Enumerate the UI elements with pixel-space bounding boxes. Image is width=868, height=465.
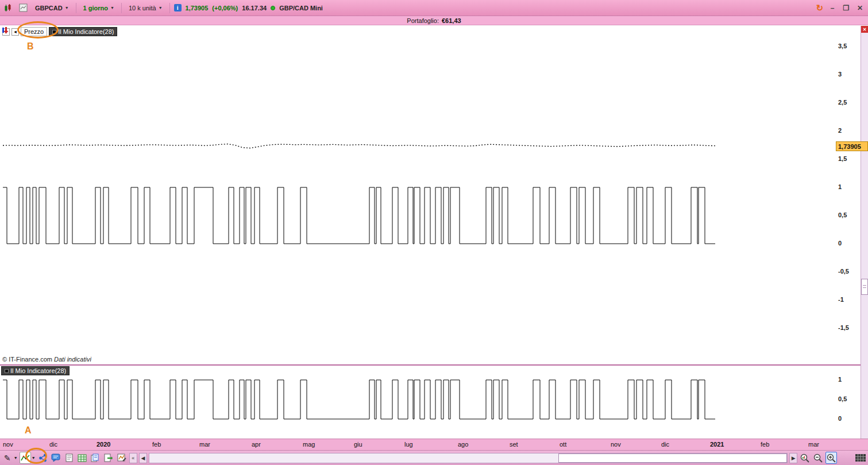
- y-axis-tick: 0,5: [838, 395, 847, 402]
- separator: [76, 3, 76, 13]
- mini-candles-icon: [2, 27, 7, 33]
- series-color-icon: [52, 30, 56, 34]
- time-axis-label: 2021: [710, 441, 724, 448]
- chevron-down-icon: ▼: [65, 6, 69, 10]
- y-axis-tick: 1: [838, 376, 842, 383]
- symbol-dropdown[interactable]: GBPCAD ▼: [32, 3, 72, 13]
- indicator-chart-canvas[interactable]: [0, 366, 836, 439]
- horizontal-scrollbar[interactable]: [149, 453, 788, 463]
- copyright-text: © IT-Finance.com Dati indicativi: [2, 356, 91, 363]
- separator: [121, 3, 122, 13]
- notes-icon[interactable]: [63, 452, 75, 464]
- trading-platform-window: GBPCAD ▼ 1 giorno ▼ 10 k unità ▼ i 1,739…: [0, 0, 868, 465]
- time-axis-label: mar: [808, 441, 819, 448]
- chevron-down-icon[interactable]: ▼: [32, 456, 36, 460]
- feed-name: GBP/CAD Mini: [279, 5, 323, 11]
- symbol-label: GBPCAD: [35, 5, 63, 11]
- info-icon[interactable]: i: [174, 4, 182, 11]
- units-label: 10 k unità: [129, 5, 156, 11]
- chevron-down-icon: ▼: [159, 6, 163, 10]
- vertical-scrollbar[interactable]: ✕: [861, 26, 868, 439]
- time-axis-label: mar: [199, 441, 210, 448]
- share-icon[interactable]: [37, 452, 49, 464]
- chevron-down-icon: ▼: [110, 6, 114, 10]
- titlebar: GBPCAD ▼ 1 giorno ▼ 10 k unità ▼ i 1,739…: [0, 0, 868, 16]
- indicator-chip-label: Il Mio Indicatore(28): [58, 28, 114, 35]
- arrow-left-icon: ◂: [14, 29, 17, 34]
- time-axis-label: giu: [354, 441, 362, 448]
- y-axis-tick: 3: [838, 71, 842, 78]
- time-axis[interactable]: novdic2020febmaraprmaggiulugagosetottnov…: [0, 439, 868, 450]
- series-color-icon: [5, 369, 9, 373]
- units-dropdown[interactable]: 10 k unità ▼: [126, 3, 165, 13]
- portfolio-bar: Portafoglio: €61,43: [0, 16, 868, 25]
- time-axis-label: ago: [458, 441, 468, 448]
- y-axis-tick: 1,5: [838, 155, 847, 162]
- copyright-note: Dati indicativi: [54, 356, 91, 363]
- separator: [169, 3, 170, 13]
- close-button[interactable]: ✕: [855, 4, 865, 12]
- copyright-brand: © IT-Finance.com: [2, 356, 52, 363]
- quote-price: 1,73905: [186, 5, 209, 11]
- duplicate-doc-icon[interactable]: [90, 452, 101, 464]
- timeframe-dropdown[interactable]: 1 giorno ▼: [80, 3, 117, 13]
- grid-icon[interactable]: [855, 452, 866, 464]
- chat-icon[interactable]: [51, 452, 62, 464]
- time-axis-label: apr: [252, 441, 261, 448]
- portfolio-value: €61,43: [442, 17, 461, 24]
- close-panel-icon[interactable]: ✕: [861, 26, 868, 33]
- price-panel: ✚ ◂ Prezzo Il Mio Indicatore(28) 3,532,5…: [0, 25, 868, 364]
- zoom-fit-icon[interactable]: [799, 452, 811, 464]
- quote-time: 16.17.34: [242, 5, 267, 11]
- indicator-chip[interactable]: Il Mio Indicatore(28): [49, 27, 117, 36]
- zoom-out-icon[interactable]: [812, 452, 824, 464]
- chevron-down-icon[interactable]: ▼: [14, 456, 18, 460]
- scroll-right-button[interactable]: ▶: [789, 453, 797, 463]
- time-axis-label: feb: [761, 441, 769, 448]
- scroll-left-button[interactable]: ◀: [139, 453, 147, 463]
- chart-layout-icon[interactable]: [18, 3, 28, 13]
- y-axis-tick: 1: [838, 183, 842, 190]
- y-axis-tick: 3,5: [838, 43, 847, 49]
- refresh-icon[interactable]: ↻: [816, 3, 823, 13]
- indicator-panel-label: Il Mio Indicatore(28): [10, 367, 66, 374]
- pencil-icon: ✎: [4, 454, 11, 462]
- y-axis-tick: -0,5: [838, 268, 849, 275]
- y-axis-tick: 2: [838, 127, 842, 134]
- y-axis-tick: -1,5: [838, 324, 849, 331]
- price-series-chip[interactable]: Prezzo: [21, 27, 47, 36]
- export-doc-icon[interactable]: [103, 452, 114, 464]
- collapse-toolbar-button[interactable]: «: [129, 453, 137, 463]
- table-icon[interactable]: [76, 452, 88, 464]
- time-axis-label: feb: [152, 441, 161, 448]
- y-axis-tick: 0,5: [838, 212, 847, 218]
- time-axis-label: nov: [3, 441, 13, 448]
- time-axis-label: lug: [404, 441, 413, 448]
- mini-chart-icon: [21, 454, 30, 462]
- time-axis-label: mag: [303, 441, 315, 448]
- price-chart-canvas[interactable]: [0, 25, 836, 364]
- last-price-tag: 1,73905: [836, 141, 868, 151]
- time-axis-label: ott: [560, 441, 566, 448]
- chart-edit-icon[interactable]: [116, 452, 128, 464]
- candlestick-chart-icon[interactable]: [3, 3, 14, 13]
- bottom-toolbar: ✎ ▼ ▼: [0, 450, 868, 465]
- feed-status-icon: [271, 6, 275, 10]
- horizontal-scrollbar-thumb[interactable]: [558, 454, 787, 463]
- portfolio-label: Portafoglio:: [407, 17, 439, 24]
- time-axis-label: nov: [611, 441, 621, 448]
- time-axis-label: 2020: [97, 441, 110, 448]
- time-axis-label: set: [510, 441, 518, 448]
- quote-change: (+0,06%): [212, 5, 238, 11]
- maximize-button[interactable]: ❐: [842, 4, 851, 12]
- indicator-panel-chip[interactable]: Il Mio Indicatore(28): [1, 366, 70, 375]
- y-axis-tick: 0: [838, 415, 842, 422]
- zoom-in-icon[interactable]: [825, 452, 837, 464]
- y-axis-tick: 0: [838, 240, 842, 247]
- draw-tools-icon[interactable]: ✎: [2, 452, 13, 464]
- minimize-button[interactable]: –: [828, 4, 837, 12]
- indicators-icon[interactable]: [20, 452, 31, 464]
- y-axis-tick: -1: [838, 296, 844, 303]
- collapse-panel-button[interactable]: ◂: [11, 28, 19, 36]
- vertical-scrollbar-thumb[interactable]: [861, 279, 868, 295]
